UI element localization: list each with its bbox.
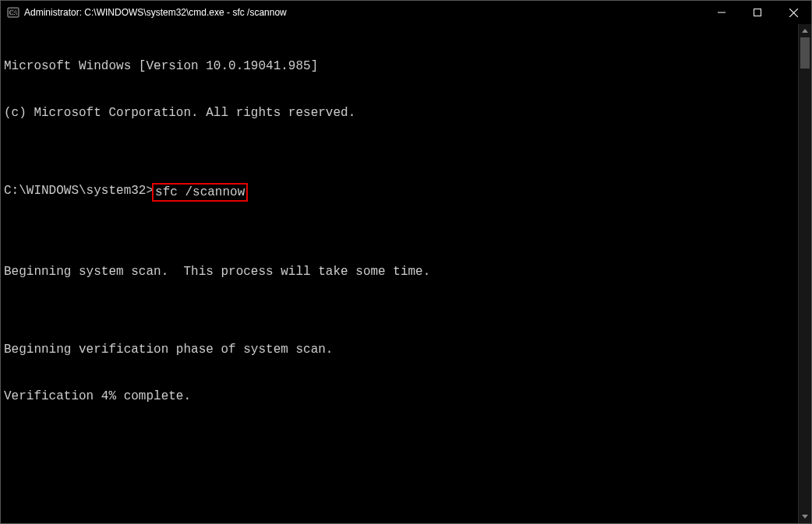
vertical-scrollbar[interactable] <box>798 24 811 523</box>
titlebar[interactable]: C:\ Administrator: C:\WINDOWS\system32\c… <box>1 1 811 24</box>
scroll-down-arrow-icon[interactable] <box>799 510 812 523</box>
cmd-icon: C:\ <box>7 6 19 19</box>
command-highlight: sfc /scannow <box>152 183 248 202</box>
window-title: Administrator: C:\WINDOWS\system32\cmd.e… <box>24 7 287 18</box>
svg-rect-3 <box>754 9 761 16</box>
prompt-path: C:\WINDOWS\system32> <box>4 183 154 199</box>
command-prompt-window: C:\ Administrator: C:\WINDOWS\system32\c… <box>0 0 812 524</box>
close-button[interactable] <box>775 1 811 24</box>
output-line: (c) Microsoft Corporation. All rights re… <box>4 105 798 121</box>
output-line: Beginning verification phase of system s… <box>4 342 798 357</box>
output-line: Beginning system scan. This process will… <box>4 264 798 280</box>
maximize-button[interactable] <box>740 1 775 24</box>
minimize-button[interactable] <box>704 1 740 24</box>
scroll-up-arrow-icon[interactable] <box>799 24 812 37</box>
prompt-line: C:\WINDOWS\system32>sfc /scannow <box>4 183 798 202</box>
svg-text:C:\: C:\ <box>9 9 18 16</box>
output-line: Verification 4% complete. <box>4 389 798 404</box>
scroll-track[interactable] <box>799 37 811 510</box>
scroll-thumb[interactable] <box>800 37 810 69</box>
window-controls <box>704 1 811 24</box>
content-area: Microsoft Windows [Version 10.0.19041.98… <box>1 24 811 523</box>
terminal-output[interactable]: Microsoft Windows [Version 10.0.19041.98… <box>1 24 798 523</box>
output-line: Microsoft Windows [Version 10.0.19041.98… <box>4 58 798 74</box>
